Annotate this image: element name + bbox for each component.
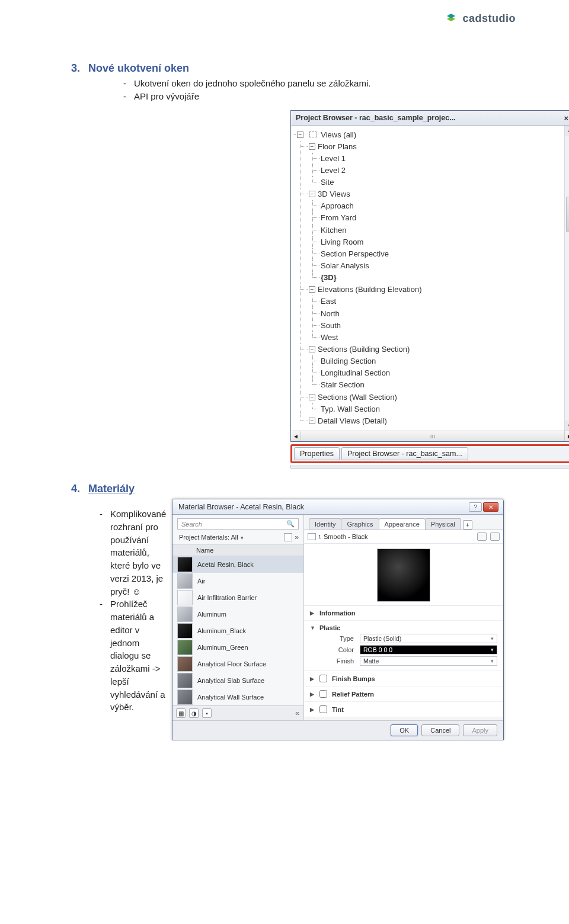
tree-item[interactable]: Level 2 (321, 166, 346, 175)
tree-group[interactable]: Floor Plans (318, 142, 357, 151)
tree-group[interactable]: Sections (Wall Section) (318, 393, 397, 402)
close-button[interactable]: ✕ (483, 502, 498, 512)
tree-item[interactable]: Building Section (321, 357, 376, 365)
expander-icon[interactable]: − (309, 143, 315, 150)
section-relief-pattern[interactable]: ▶ Relief Pattern (310, 689, 497, 699)
apply-button[interactable]: Apply (463, 724, 497, 736)
expander-icon[interactable]: − (309, 191, 315, 197)
chevron-right-icon: ▶ (310, 610, 316, 616)
section-information[interactable]: ▶ Information (310, 608, 497, 618)
asset-icon[interactable] (308, 533, 316, 540)
logo: cadstudio (443, 11, 516, 26)
tree-item[interactable]: Site (321, 178, 334, 187)
section-tint[interactable]: ▶ Tint (310, 704, 497, 714)
tab-identity[interactable]: Identity (309, 518, 341, 530)
expander-icon[interactable]: − (309, 394, 315, 400)
list-column-header[interactable]: Name (172, 544, 303, 556)
material-row[interactable]: Aluminum_Green (172, 639, 303, 656)
new-material-icon[interactable]: ◑ (189, 708, 199, 718)
scroll-thumb[interactable] (566, 197, 569, 232)
collapse-icon[interactable]: « (295, 709, 300, 717)
material-row[interactable]: Acetal Resin, Black (172, 556, 303, 573)
section-3-title: Nové ukotvení oken (88, 62, 189, 75)
ok-button[interactable]: OK (391, 724, 418, 736)
tab-project-browser[interactable]: Project Browser - rac_basic_sam... (341, 447, 468, 460)
search-icon[interactable]: 🔍 (286, 520, 295, 528)
tree-group[interactable]: Detail Views (Detail) (318, 416, 387, 425)
add-tab-icon[interactable]: + (463, 520, 472, 530)
tint-checkbox[interactable] (319, 705, 327, 713)
section-finish-bumps[interactable]: ▶ Finish Bumps (310, 673, 497, 684)
tree-item[interactable]: East (321, 297, 336, 306)
prop-color-value[interactable]: RGB 0 0 0▾ (360, 645, 497, 654)
plastic-properties: Type Plastic (Solid)▾ Color RGB 0 0 0▾ F… (310, 633, 497, 668)
tab-physical[interactable]: Physical (425, 518, 461, 530)
logo-text: cadstudio (462, 12, 516, 25)
material-row[interactable]: Air (172, 573, 303, 589)
tab-properties[interactable]: Properties (294, 447, 340, 460)
prop-finish-label: Finish (321, 657, 354, 665)
horizontal-scrollbar[interactable]: ◄ ııı ► (291, 431, 569, 441)
material-row[interactable]: Analytical Wall Surface (172, 689, 303, 705)
duplicate-asset-icon[interactable] (490, 532, 500, 541)
section-plastic[interactable]: ▼ Plastic (310, 623, 497, 633)
material-row[interactable]: Aluminum_Black (172, 623, 303, 639)
relief-pattern-checkbox[interactable] (319, 690, 327, 698)
cancel-button[interactable]: Cancel (421, 724, 459, 736)
search-input[interactable]: Search 🔍 (177, 518, 299, 530)
tree-item[interactable]: North (321, 309, 340, 318)
prop-type-label: Type (321, 635, 354, 642)
filter-dropdown[interactable]: Project Materials: All (177, 532, 252, 542)
close-icon[interactable]: × (562, 114, 569, 123)
tree-item[interactable]: South (321, 321, 341, 330)
scroll-left-icon[interactable]: ◄ (291, 431, 301, 441)
tree-item[interactable]: Solar Analysis (321, 261, 369, 270)
tree-item[interactable]: Living Room (321, 238, 363, 246)
material-list[interactable]: Acetal Resin, BlackAirAir Infiltration B… (172, 556, 303, 705)
material-row[interactable]: Analytical Floor Surface (172, 656, 303, 672)
hscroll-track[interactable]: ııı (301, 433, 564, 439)
tab-graphics[interactable]: Graphics (341, 518, 379, 530)
toolbar-icon[interactable]: ▪ (202, 708, 212, 718)
project-browser-panel: Project Browser - rac_basic_sample_proje… (290, 110, 569, 442)
view-toggle-icon[interactable] (284, 533, 292, 541)
help-button[interactable]: ? (469, 502, 482, 512)
tree-root[interactable]: Views (all) (321, 130, 356, 139)
finish-bumps-checkbox[interactable] (319, 675, 327, 682)
material-swatch (177, 689, 193, 705)
tree-item[interactable]: Longitudinal Section (321, 368, 390, 377)
library-icon[interactable]: ▦ (176, 708, 186, 718)
tree-item[interactable]: Typ. Wall Section (321, 405, 380, 413)
project-browser-tree[interactable]: − Views (all) −Floor PlansLevel 1Level 2… (296, 129, 569, 428)
tab-appearance[interactable]: Appearance (379, 518, 426, 530)
scroll-up-icon[interactable]: ▲ (565, 126, 569, 136)
tree-group[interactable]: Sections (Building Section) (318, 345, 410, 354)
tree-item[interactable]: From Yard (321, 213, 356, 222)
expand-library-icon[interactable]: » (295, 533, 299, 541)
tree-item[interactable]: West (321, 333, 338, 342)
tree-item[interactable]: Stair Section (321, 380, 365, 389)
tree-item[interactable]: Section Perspective (321, 249, 389, 258)
tree-item[interactable]: {3D} (321, 273, 337, 282)
svg-marker-1 (447, 14, 455, 18)
tree-item[interactable]: Level 1 (321, 154, 346, 163)
material-row[interactable]: Aluminum (172, 606, 303, 623)
vertical-scrollbar[interactable]: ▲ ▼ (564, 126, 569, 431)
expander-icon[interactable]: − (309, 286, 315, 293)
expander-icon[interactable]: − (309, 418, 315, 424)
replace-asset-icon[interactable] (477, 532, 487, 541)
material-row[interactable]: Air Infiltration Barrier (172, 589, 303, 606)
tree-item[interactable]: Approach (321, 201, 354, 210)
expander-icon[interactable]: − (309, 346, 315, 352)
prop-type-value[interactable]: Plastic (Solid)▾ (360, 634, 497, 643)
section-plastic-label: Plastic (319, 624, 340, 631)
scroll-right-icon[interactable]: ► (564, 431, 569, 441)
tree-group[interactable]: 3D Views (318, 190, 350, 198)
preview-thumbnail[interactable] (377, 548, 430, 602)
tree-item[interactable]: Kitchen (321, 226, 346, 235)
scroll-down-icon[interactable]: ▼ (565, 421, 569, 431)
tree-group[interactable]: Elevations (Building Elevation) (318, 285, 422, 294)
prop-finish-value[interactable]: Matte▾ (360, 656, 497, 666)
material-row[interactable]: Analytical Slab Surface (172, 672, 303, 689)
expander-icon[interactable]: − (297, 131, 303, 138)
